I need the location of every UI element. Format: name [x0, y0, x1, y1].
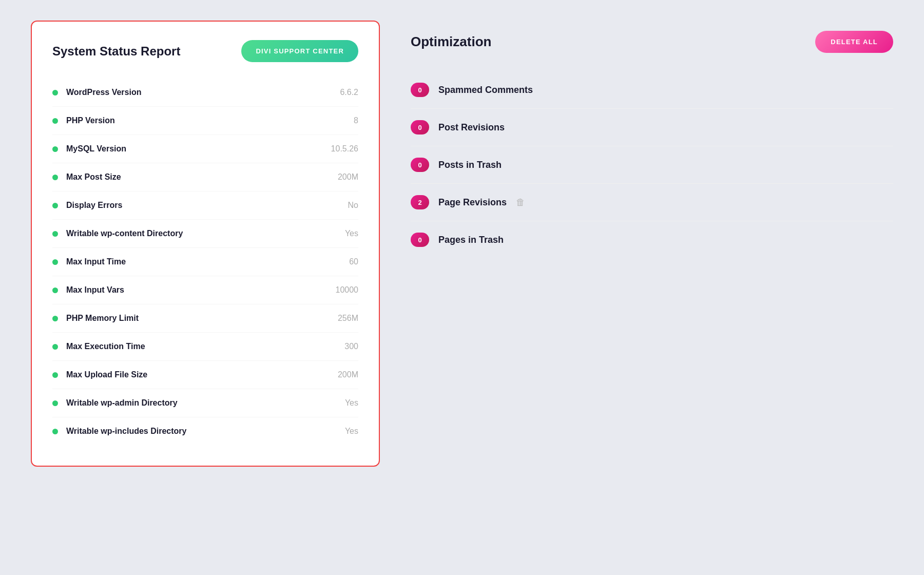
status-item-label: Max Execution Time: [66, 342, 145, 351]
status-item-label: MySQL Version: [66, 144, 126, 154]
opt-item-label: Posts in Trash: [438, 160, 502, 170]
status-item-label: Writable wp-content Directory: [66, 229, 183, 238]
status-item-left: Display Errors: [52, 201, 122, 210]
status-item: PHP Memory Limit 256M: [52, 304, 358, 333]
optimization-list: 0 Spammed Comments 0 Post Revisions 0 Po…: [411, 71, 893, 258]
green-dot-icon: [52, 288, 58, 293]
status-item-label: Writable wp-includes Directory: [66, 427, 186, 436]
status-item-value: 300: [344, 342, 358, 351]
status-item: Max Execution Time 300: [52, 333, 358, 361]
status-item-left: Max Input Time: [52, 257, 126, 266]
status-item-value: Yes: [345, 398, 358, 408]
opt-badge: 0: [411, 83, 429, 97]
status-item-value: Yes: [345, 229, 358, 238]
right-panel-header: Optimization DELETE ALL: [411, 31, 893, 53]
opt-item-label: Post Revisions: [438, 122, 505, 133]
green-dot-icon: [52, 118, 58, 124]
green-dot-icon: [52, 429, 58, 434]
green-dot-icon: [52, 372, 58, 378]
delete-all-button[interactable]: DELETE ALL: [815, 31, 893, 53]
status-item-value: 8: [354, 116, 358, 125]
status-item: Max Input Time 60: [52, 248, 358, 276]
green-dot-icon: [52, 146, 58, 152]
opt-badge: 2: [411, 195, 429, 209]
status-item-left: Max Input Vars: [52, 285, 124, 295]
system-status-title: System Status Report: [52, 44, 180, 59]
opt-badge: 0: [411, 120, 429, 135]
optimization-item: 0 Spammed Comments: [411, 71, 893, 109]
status-item-label: Max Upload File Size: [66, 370, 147, 379]
opt-item-label: Spammed Comments: [438, 85, 533, 95]
status-item-label: Writable wp-admin Directory: [66, 398, 178, 408]
optimization-item: 0 Post Revisions: [411, 109, 893, 146]
opt-item-inner: Pages in Trash: [438, 235, 504, 245]
status-item-value: 10000: [336, 285, 359, 295]
status-item: Writable wp-includes Directory Yes: [52, 417, 358, 445]
status-item-left: Max Upload File Size: [52, 370, 147, 379]
green-dot-icon: [52, 316, 58, 321]
status-item: WordPress Version 6.6.2: [52, 79, 358, 107]
green-dot-icon: [52, 175, 58, 180]
optimization-item: 2 Page Revisions 🗑: [411, 184, 893, 221]
optimization-title: Optimization: [411, 34, 491, 50]
status-item-left: PHP Memory Limit: [52, 314, 139, 323]
status-item: Writable wp-content Directory Yes: [52, 220, 358, 248]
status-item-value: 10.5.26: [331, 144, 358, 154]
status-item: Max Upload File Size 200M: [52, 361, 358, 389]
status-item-left: Max Post Size: [52, 172, 121, 182]
opt-item-label: Page Revisions: [438, 197, 507, 208]
green-dot-icon: [52, 203, 58, 208]
green-dot-icon: [52, 259, 58, 265]
status-item: Max Input Vars 10000: [52, 276, 358, 304]
status-item-label: PHP Memory Limit: [66, 314, 139, 323]
optimization-item: 0 Posts in Trash: [411, 146, 893, 184]
opt-item-inner: Page Revisions 🗑: [438, 197, 525, 208]
status-item-left: MySQL Version: [52, 144, 126, 154]
status-item-left: Writable wp-content Directory: [52, 229, 183, 238]
opt-item-inner: Spammed Comments: [438, 85, 533, 95]
system-status-panel: System Status Report DIVI SUPPORT CENTER…: [31, 21, 380, 467]
green-dot-icon: [52, 344, 58, 350]
status-item-value: 256M: [338, 314, 358, 323]
green-dot-icon: [52, 400, 58, 406]
page-container: System Status Report DIVI SUPPORT CENTER…: [31, 21, 893, 467]
green-dot-icon: [52, 90, 58, 95]
status-item-value: 200M: [338, 172, 358, 182]
status-list: WordPress Version 6.6.2 PHP Version 8 My…: [52, 79, 358, 445]
status-item-value: 60: [349, 257, 358, 266]
status-item-value: 200M: [338, 370, 358, 379]
status-item-label: Max Input Time: [66, 257, 126, 266]
status-item-left: Writable wp-admin Directory: [52, 398, 178, 408]
status-item: Max Post Size 200M: [52, 163, 358, 191]
status-item-label: Max Post Size: [66, 172, 121, 182]
opt-badge: 0: [411, 158, 429, 172]
status-item-label: Max Input Vars: [66, 285, 124, 295]
status-item: Display Errors No: [52, 191, 358, 220]
status-item: Writable wp-admin Directory Yes: [52, 389, 358, 417]
status-item-label: WordPress Version: [66, 88, 141, 97]
green-dot-icon: [52, 231, 58, 237]
opt-item-label: Pages in Trash: [438, 235, 504, 245]
trash-icon[interactable]: 🗑: [516, 197, 525, 208]
opt-item-inner: Post Revisions: [438, 122, 505, 133]
left-panel-header: System Status Report DIVI SUPPORT CENTER: [52, 40, 358, 62]
status-item-value: No: [348, 201, 358, 210]
status-item-left: PHP Version: [52, 116, 115, 125]
status-item-label: PHP Version: [66, 116, 115, 125]
divi-support-button[interactable]: DIVI SUPPORT CENTER: [241, 40, 358, 62]
optimization-item: 0 Pages in Trash: [411, 221, 893, 258]
status-item: PHP Version 8: [52, 107, 358, 135]
opt-item-inner: Posts in Trash: [438, 160, 502, 170]
opt-badge: 0: [411, 233, 429, 247]
status-item-left: Max Execution Time: [52, 342, 145, 351]
status-item-value: 6.6.2: [340, 88, 358, 97]
status-item-value: Yes: [345, 427, 358, 436]
status-item-left: WordPress Version: [52, 88, 141, 97]
optimization-panel: Optimization DELETE ALL 0 Spammed Commen…: [411, 21, 893, 258]
status-item: MySQL Version 10.5.26: [52, 135, 358, 163]
status-item-label: Display Errors: [66, 201, 122, 210]
status-item-left: Writable wp-includes Directory: [52, 427, 186, 436]
